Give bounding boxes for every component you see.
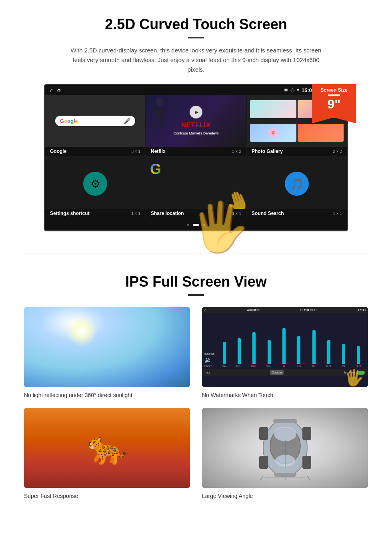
feature-car: Large Viewing Angle (202, 408, 368, 499)
google-logo: Google (60, 118, 78, 124)
shareloc-app-size: 1 × 1 (232, 211, 241, 216)
photo-thumb-4 (298, 124, 344, 142)
eq-bar-200hz: 200hz (247, 332, 261, 367)
amp-back-icon: ◁◁ (205, 371, 209, 374)
section2-title: IPS Full Screen View (24, 273, 368, 290)
svg-rect-5 (160, 120, 163, 128)
soundsearch-app-size: 1 × 1 (333, 211, 342, 216)
eq-bar-value (252, 332, 256, 364)
svg-rect-13 (302, 427, 311, 440)
section-divider (24, 253, 368, 253)
netflix-person-silhouette (152, 97, 168, 129)
amp-body: Balance 🔉 Fader 60hz (202, 313, 368, 369)
feature-cheetah: 🐆 Super Fast Response (24, 408, 190, 499)
google-label-row: Google 3 × 1 (45, 147, 145, 156)
amplifier-image: ⌂ Amplifier ⊡ ▾ ⊠ ▭ ↩ 17:33 Balance 🔉 Fa… (202, 307, 368, 387)
netflix-app-size: 3 × 2 (232, 149, 241, 154)
section1-desc: With 2.5D curved-display screen, this de… (66, 46, 326, 74)
app-cell-settings[interactable]: ⚙ Settings shortcut 1 × 1 (45, 157, 145, 218)
svg-rect-3 (162, 109, 165, 117)
custom-button[interactable]: Custom (270, 370, 284, 375)
mic-icon[interactable]: 🎤 (124, 118, 130, 124)
amp-footer: ◁◁ Custom loudness (202, 369, 368, 376)
hand-touch-icon: 🤚 (222, 186, 246, 209)
dot-3[interactable] (203, 224, 205, 226)
dot-1[interactable] (187, 224, 189, 226)
settings-gear-icon: ⚙ (83, 172, 107, 196)
amp-hand-icon: 🖐 (344, 368, 364, 387)
svg-rect-2 (155, 109, 158, 117)
netflix-logo-area: NETFLIX Continue Marvel's Daredevil (174, 122, 218, 136)
shareloc-inner: G 🤚 (146, 157, 246, 209)
settings-app-size: 1 × 1 (131, 211, 140, 216)
section1-title: 2.5D Curved Touch Screen (24, 16, 368, 33)
balance-label: Balance (204, 352, 214, 355)
eq-bar-15k: 15k (336, 344, 350, 367)
section-curved: 2.5D Curved Touch Screen With 2.5D curve… (0, 0, 392, 245)
svg-point-0 (156, 97, 164, 106)
status-left: ⌂ ⌀ (50, 87, 60, 93)
amp-header: ⌂ Amplifier ⊡ ▾ ⊠ ▭ ↩ 17:33 (202, 307, 368, 313)
google-inner: Google 🎤 (45, 95, 145, 147)
car-caption: Large Viewing Angle (202, 493, 368, 499)
amplifier-visual: ⌂ Amplifier ⊡ ▾ ⊠ ▭ ↩ 17:33 Balance 🔉 Fa… (202, 307, 368, 387)
app-grid: Google 🎤 Google 3 × 1 (45, 95, 347, 218)
amp-time: 17:33 (358, 308, 366, 312)
feature-grid: No light reflecting under 360° direct su… (24, 307, 368, 499)
cheetah-image: 🐆 (24, 408, 190, 488)
home-icon[interactable]: ⌂ (50, 87, 53, 93)
sound-search-icon: 🎵 (285, 172, 309, 196)
app-cell-share-location[interactable]: G 🤚 Share location 1 × 1 (146, 157, 246, 218)
badge-divider (328, 94, 340, 96)
dot-2-active[interactable] (193, 224, 199, 226)
eq-bar-value (223, 342, 226, 364)
maps-g-letter: G (150, 161, 161, 178)
ips-title-divider (188, 294, 204, 296)
eq-bar-value (342, 344, 345, 364)
car-image (202, 408, 368, 488)
svg-rect-14 (259, 456, 268, 469)
amp-icons: ⊡ ▾ ⊠ ▭ ↩ (300, 308, 317, 312)
cheetah-icon: 🐆 (87, 429, 127, 467)
feature-sunlight: No light reflecting under 360° direct su… (24, 307, 190, 398)
photo-gallery-label-row: Photo Gallery 2 × 2 (247, 147, 347, 156)
eq-bar-value (282, 328, 286, 364)
eq-bar-value (297, 336, 300, 364)
location-icon: ◎ (290, 87, 294, 93)
eq-bar-500hz: 500hz (262, 340, 276, 367)
photo-thumb-1 (250, 100, 296, 118)
amplifier-caption: No Watermarks When Touch (202, 392, 368, 398)
google-search-bar[interactable]: Google 🎤 (55, 116, 135, 126)
eq-bar-value (238, 338, 241, 364)
settings-inner: ⚙ (45, 157, 145, 209)
amp-controls: Balance 🔉 Fader (204, 352, 214, 367)
eq-bar-sub: SUB (352, 346, 366, 367)
photo-gallery-app-size: 2 × 2 (333, 149, 342, 154)
wifi-icon: ▾ (297, 87, 299, 93)
soundsearch-app-name: Sound Search (252, 211, 284, 216)
netflix-app-name: Netflix (151, 149, 166, 154)
usb-icon: ⌀ (57, 87, 60, 93)
app-cell-netflix[interactable]: NETFLIX Continue Marvel's Daredevil Netf… (146, 95, 246, 156)
app-cell-sound-search[interactable]: 🎵 Sound Search 1 × 1 (247, 157, 347, 218)
svg-rect-10 (273, 419, 297, 423)
feature-amplifier: ⌂ Amplifier ⊡ ▾ ⊠ ▭ ↩ 17:33 Balance 🔉 Fa… (202, 307, 368, 398)
eq-bar-1k: 1k (277, 328, 291, 367)
eq-bar-value (357, 346, 360, 364)
eq-bar-value (312, 330, 316, 364)
netflix-logo-text: NETFLIX (174, 122, 218, 129)
netflix-play-button[interactable] (190, 106, 202, 118)
photo-gallery-app-name: Photo Gallery (252, 149, 283, 154)
google-app-size: 3 × 1 (131, 149, 140, 154)
netflix-bg: NETFLIX Continue Marvel's Daredevil (146, 95, 246, 147)
title-divider (188, 37, 204, 38)
pagination-dots (45, 218, 347, 230)
settings-app-name: Settings shortcut (50, 211, 90, 216)
device-wrapper: Screen Size 9" ⌂ ⌀ ✱ ◎ ▾ 15:06 ⊡ ◁) ⊠ (40, 84, 352, 231)
soundsearch-label-row: Sound Search 1 × 1 (247, 209, 347, 218)
flower-icon: 🌸 (268, 127, 278, 138)
google-app-name: Google (50, 149, 66, 154)
amp-home-icon: ⌂ (204, 308, 206, 312)
eq-bar-2.5k: 2.5k (292, 336, 306, 367)
app-cell-google[interactable]: Google 🎤 Google 3 × 1 (45, 95, 145, 156)
